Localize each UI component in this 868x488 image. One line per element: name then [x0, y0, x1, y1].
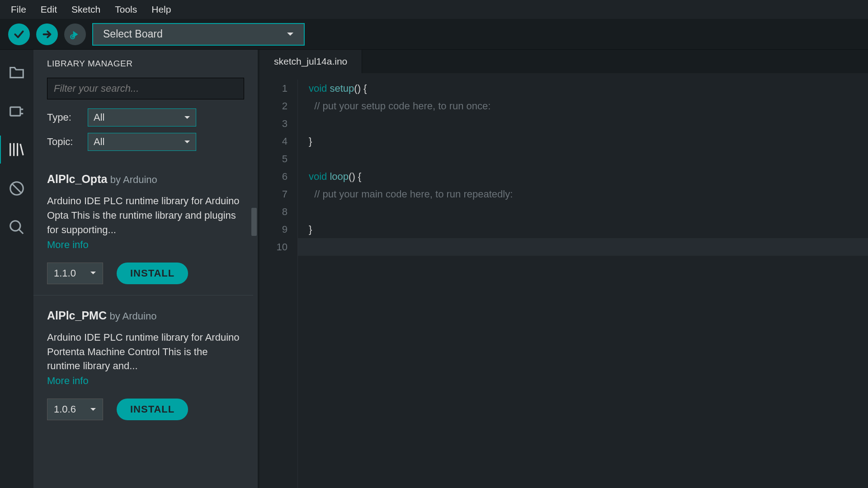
- scrollbar-thumb[interactable]: [251, 208, 257, 236]
- menubar: File Edit Sketch Tools Help: [0, 0, 868, 19]
- version-select[interactable]: 1.1.0: [47, 263, 103, 284]
- activity-bar: [0, 50, 33, 488]
- check-icon: [13, 28, 25, 40]
- library-item: AlPlc_PMC by Arduino Arduino IDE PLC run…: [33, 296, 253, 432]
- folder-icon: [8, 63, 25, 80]
- library-name: AlPlc_Opta: [47, 173, 107, 185]
- books-icon: [8, 141, 25, 158]
- install-button[interactable]: INSTALL: [117, 263, 188, 284]
- chevron-down-icon: [90, 271, 96, 275]
- verify-button[interactable]: [8, 23, 30, 45]
- search-icon: [8, 219, 25, 236]
- svg-point-3: [10, 221, 20, 231]
- chevron-down-icon: [184, 116, 190, 120]
- menu-help[interactable]: Help: [145, 1, 177, 18]
- toolbar: Select Board: [0, 19, 868, 50]
- chevron-down-icon: [90, 408, 96, 412]
- debug-icon: [69, 28, 81, 40]
- board-selector-label: Select Board: [103, 28, 163, 40]
- debug-button[interactable]: [64, 23, 86, 45]
- library-search-input[interactable]: [47, 78, 244, 99]
- topic-label: Topic:: [47, 136, 76, 148]
- library-author: by Arduino: [110, 174, 157, 185]
- activity-search[interactable]: [7, 218, 26, 237]
- editor-area: sketch_jul14a.ino 12345678910 void setup…: [259, 50, 868, 488]
- code-editor[interactable]: 12345678910 void setup() { // put your s…: [259, 73, 868, 488]
- activity-boards[interactable]: [7, 101, 26, 120]
- activity-library[interactable]: [7, 140, 26, 159]
- library-description: Arduino IDE PLC runtime library for Ardu…: [47, 330, 240, 374]
- code-content: void setup() { // put your setup code he…: [297, 80, 868, 488]
- install-button[interactable]: INSTALL: [117, 399, 188, 420]
- version-value: 1.1.0: [54, 267, 76, 279]
- board-icon: [8, 102, 25, 119]
- menu-file[interactable]: File: [5, 1, 33, 18]
- chevron-down-icon: [184, 140, 190, 144]
- svg-rect-1: [10, 107, 20, 116]
- type-select[interactable]: All: [88, 108, 196, 127]
- library-list[interactable]: AlPlc_Opta by Arduino Arduino IDE PLC ru…: [33, 159, 258, 488]
- upload-button[interactable]: [36, 23, 58, 45]
- menu-sketch[interactable]: Sketch: [65, 1, 107, 18]
- board-selector[interactable]: Select Board: [92, 23, 305, 46]
- editor-tab[interactable]: sketch_jul14a.ino: [259, 50, 362, 73]
- panel-title: LIBRARY MANAGER: [33, 50, 258, 75]
- line-gutter: 12345678910: [259, 80, 297, 488]
- type-value: All: [94, 112, 104, 123]
- arrow-right-icon: [41, 28, 53, 40]
- menu-edit[interactable]: Edit: [34, 1, 63, 18]
- more-info-link[interactable]: More info: [47, 239, 89, 251]
- topic-value: All: [94, 136, 104, 148]
- version-select[interactable]: 1.0.6: [47, 399, 103, 420]
- library-item: AlPlc_Opta by Arduino Arduino IDE PLC ru…: [33, 159, 253, 296]
- topic-select[interactable]: All: [88, 133, 196, 151]
- editor-tabs: sketch_jul14a.ino: [259, 50, 868, 73]
- no-entry-icon: [8, 180, 25, 197]
- more-info-link[interactable]: More info: [47, 375, 89, 387]
- library-description: Arduino IDE PLC runtime library for Ardu…: [47, 194, 240, 237]
- menu-tools[interactable]: Tools: [108, 1, 143, 18]
- library-name: AlPlc_PMC: [47, 309, 107, 322]
- library-manager-panel: LIBRARY MANAGER Type: All Topic: All AlP…: [33, 50, 259, 488]
- library-author: by Arduino: [109, 310, 156, 322]
- version-value: 1.0.6: [54, 404, 76, 415]
- activity-debug[interactable]: [7, 179, 26, 198]
- activity-sketchbook[interactable]: [7, 62, 26, 81]
- chevron-down-icon: [287, 32, 294, 37]
- type-label: Type:: [47, 112, 76, 123]
